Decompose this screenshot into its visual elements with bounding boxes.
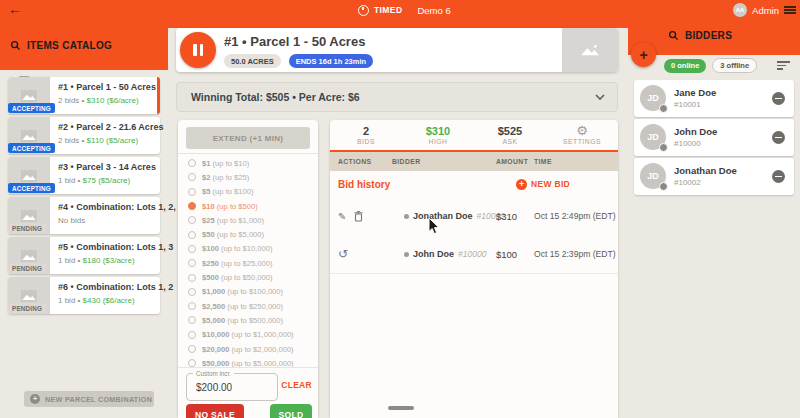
auction-mode-label: TIMED bbox=[374, 5, 402, 15]
radio-icon bbox=[188, 302, 196, 310]
increment-option[interactable]: $1,000 (up to $100,000) bbox=[188, 285, 314, 299]
bidder-name: Jane Doe bbox=[674, 87, 716, 98]
new-bid-button[interactable]: + NEW BID bbox=[516, 179, 570, 190]
clear-button[interactable]: CLEAR bbox=[281, 380, 312, 390]
edit-icon[interactable]: ✎ bbox=[338, 211, 346, 222]
stat-bids: 2 BIDS bbox=[330, 120, 402, 150]
item-title: #1 • Parcel 1 - 50 Acres bbox=[58, 82, 153, 92]
plus-icon: + bbox=[516, 179, 527, 190]
radio-icon bbox=[188, 345, 196, 353]
lot-image-placeholder[interactable] bbox=[562, 28, 618, 72]
radio-icon bbox=[188, 331, 196, 339]
settings-tab[interactable]: ⚙ SETTINGS bbox=[546, 120, 618, 150]
status-badge: ACCEPTING bbox=[8, 143, 55, 153]
new-parcel-combination-button[interactable]: + NEW PARCEL COMBINATION bbox=[24, 391, 154, 407]
search-icon[interactable] bbox=[10, 40, 21, 51]
divider bbox=[178, 153, 318, 154]
winning-total-bar[interactable]: Winning Total: $505 • Per Acre: $6 bbox=[176, 82, 618, 112]
items-catalog-header: ITEMS CATALOG bbox=[0, 20, 168, 70]
parcel-thumbnail: ACCEPTING bbox=[8, 117, 50, 154]
sold-button[interactable]: SOLD bbox=[270, 404, 312, 418]
catalog-item[interactable]: PENDING #6 • Combination: Lots 1, 2 1 bi… bbox=[8, 277, 160, 314]
status-badge: PENDING bbox=[8, 263, 46, 273]
radio-icon bbox=[188, 245, 196, 253]
increment-option[interactable]: $2,500 (up to $250,000) bbox=[188, 299, 314, 313]
lot-stats-row: 2 BIDS $310 HIGH $525 ASK ⚙ SETTINGS bbox=[330, 120, 618, 152]
sort-icon[interactable] bbox=[777, 61, 790, 70]
catalog-item[interactable]: ACCEPTING #2 • Parcel 2 - 21.6 Acres 2 b… bbox=[8, 117, 160, 154]
item-subtitle: 1 bid • $430 ($6/acre) bbox=[58, 296, 156, 305]
bid-time: Oct 15 2:39pm (EDT) bbox=[534, 249, 616, 259]
increment-option[interactable]: $100 (up to $10,000) bbox=[188, 242, 314, 256]
offline-dot-icon bbox=[404, 214, 409, 219]
chevron-down-icon[interactable] bbox=[595, 94, 605, 100]
status-badge: ACCEPTING bbox=[8, 183, 55, 193]
history-icon[interactable]: ↺ bbox=[338, 247, 348, 261]
back-icon[interactable]: ← bbox=[8, 1, 22, 17]
bid-table-row[interactable]: ✎ Jonathan Doe #10002 $310 Oct 15 2:49pm… bbox=[330, 197, 618, 236]
bid-history-title: Bid history bbox=[338, 179, 390, 190]
user-name: Admin bbox=[752, 5, 779, 16]
radio-icon bbox=[188, 231, 196, 239]
bid-bidder-number: #10000 bbox=[458, 249, 486, 259]
catalog-item[interactable]: PENDING #4 • Combination: Lots 1, 2, 3 N… bbox=[8, 197, 160, 234]
offline-status-dot bbox=[659, 182, 668, 191]
radio-icon bbox=[188, 316, 196, 324]
bidder-card[interactable]: JD John Doe #10000 bbox=[634, 119, 794, 156]
radio-icon bbox=[188, 173, 196, 181]
block-bidder-icon[interactable] bbox=[772, 131, 785, 144]
status-badge: PENDING bbox=[8, 303, 46, 313]
menu-icon[interactable] bbox=[784, 6, 796, 14]
delete-icon[interactable] bbox=[354, 211, 363, 222]
search-icon[interactable] bbox=[668, 30, 679, 41]
image-icon bbox=[21, 130, 37, 142]
increment-option[interactable]: $1 (up to $10) bbox=[188, 156, 314, 170]
no-sale-button[interactable]: NO SALE bbox=[186, 404, 244, 418]
presence-row: 0 online 3 offline bbox=[628, 58, 800, 73]
parcel-thumbnail: ACCEPTING bbox=[8, 157, 50, 194]
custom-increment-value: $200.00 bbox=[196, 382, 232, 393]
custom-increment-input[interactable]: Custom incr. $200.00 bbox=[186, 373, 278, 401]
extend-button[interactable]: EXTEND (+1 MIN) bbox=[186, 127, 310, 149]
increments-panel: EXTEND (+1 MIN) $1 (up to $10) $2 (up to… bbox=[178, 120, 318, 418]
increment-option[interactable]: $25 (up to $1,000) bbox=[188, 213, 314, 227]
increment-option[interactable]: $50 (up to $5,000) bbox=[188, 227, 314, 241]
increment-option[interactable]: $50,000 (up to $5,000,000) bbox=[188, 356, 314, 370]
image-icon bbox=[21, 90, 37, 102]
block-bidder-icon[interactable] bbox=[772, 170, 785, 183]
item-title: #3 • Parcel 3 - 14 Acres bbox=[58, 162, 156, 172]
increment-option[interactable]: $10,000 (up to $1,000,000) bbox=[188, 328, 314, 342]
items-catalog-title: ITEMS CATALOG bbox=[27, 40, 112, 51]
increment-option[interactable]: $20,000 (up to $2,000,000) bbox=[188, 342, 314, 356]
increment-list: $1 (up to $10) $2 (up to $25) $5 (up to … bbox=[188, 156, 314, 370]
ends-badge: ENDS 16d 1h 23min bbox=[289, 54, 373, 68]
increment-option[interactable]: $500 (up to $50,000) bbox=[188, 270, 314, 284]
block-bidder-icon[interactable] bbox=[772, 92, 785, 105]
item-subtitle: 2 bids • $110 ($5/acre) bbox=[58, 136, 156, 145]
bid-bidder-name: Jonathan Doe bbox=[413, 211, 473, 221]
bidder-card[interactable]: JD Jonathan Doe #10002 bbox=[634, 158, 794, 195]
radio-icon bbox=[188, 202, 196, 210]
horizontal-scrollbar[interactable] bbox=[388, 406, 414, 410]
offline-badge[interactable]: 3 offline bbox=[712, 58, 757, 73]
divider bbox=[178, 367, 318, 368]
increment-option[interactable]: $250 (up to $25,000) bbox=[188, 256, 314, 270]
catalog-item[interactable]: ACCEPTING #1 • Parcel 1 - 50 Acres 2 bid… bbox=[8, 77, 160, 114]
radio-icon bbox=[188, 216, 196, 224]
bidder-card[interactable]: JD Jane Doe #10001 bbox=[634, 80, 794, 117]
increment-option[interactable]: $2 (up to $25) bbox=[188, 170, 314, 184]
parcel-thumbnail: PENDING bbox=[8, 197, 50, 234]
online-badge[interactable]: 0 online bbox=[664, 59, 706, 73]
winning-total-text: Winning Total: $505 • Per Acre: $6 bbox=[191, 91, 360, 103]
catalog-item[interactable]: ACCEPTING #3 • Parcel 3 - 14 Acres 1 bid… bbox=[8, 157, 160, 194]
increment-option[interactable]: $5,000 (up to $500,000) bbox=[188, 313, 314, 327]
item-title: #4 • Combination: Lots 1, 2, 3 bbox=[58, 202, 156, 212]
user-avatar[interactable]: AA bbox=[733, 3, 747, 17]
pause-button[interactable] bbox=[180, 32, 216, 68]
bid-table-row[interactable]: ↺ John Doe #10000 $100 Oct 15 2:39pm (ED… bbox=[330, 235, 618, 274]
catalog-item[interactable]: PENDING #5 • Combination: Lots 1, 3 1 bi… bbox=[8, 237, 160, 274]
parcel-thumbnail: PENDING bbox=[8, 237, 50, 274]
increment-option[interactable]: $5 (up to $100) bbox=[188, 185, 314, 199]
bid-panel: 2 BIDS $310 HIGH $525 ASK ⚙ SETTINGS ACT… bbox=[330, 120, 618, 418]
increment-option[interactable]: $10 (up to $500) bbox=[188, 199, 314, 213]
